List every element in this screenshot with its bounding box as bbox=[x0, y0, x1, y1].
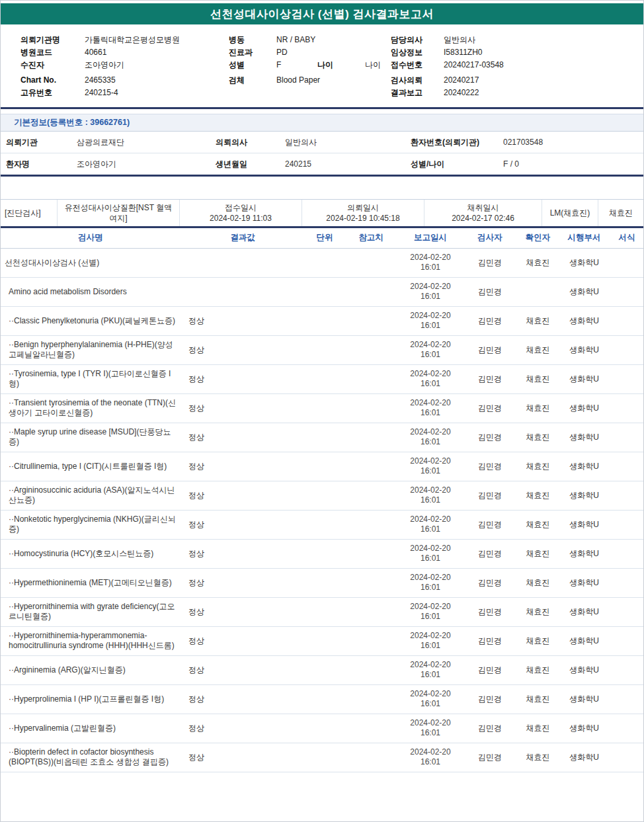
form-cell bbox=[609, 684, 644, 714]
report-date: 2024-02-20 bbox=[400, 456, 461, 466]
unit-cell bbox=[305, 335, 344, 364]
result-row: ··Tyrosinemia, type I (TYR I)(고타이로신혈증 I형… bbox=[1, 364, 644, 393]
specimen-collect-datetime: 채취일시 2024-02-17 02:46 bbox=[424, 200, 542, 226]
department-cell: 생화학U bbox=[559, 539, 609, 568]
result-value-cell: 정상 bbox=[181, 655, 305, 684]
test-name-cell: ··Biopterin defect in cofactor biosynthe… bbox=[1, 743, 181, 772]
confirmer-cell: 채효진 bbox=[516, 248, 559, 277]
report-datetime-cell: 2024-02-2016:01 bbox=[397, 568, 463, 597]
department-cell: 생화학U bbox=[559, 684, 609, 714]
basic-info-value: 조아영아기 bbox=[77, 159, 216, 170]
tester-cell: 김민경 bbox=[463, 423, 516, 452]
reference-cell bbox=[344, 364, 397, 393]
form-cell bbox=[609, 393, 644, 423]
confirmer-cell: 채효진 bbox=[516, 626, 559, 655]
test-name-cell: ··Argininemia (ARG)(알지닌혈증) bbox=[1, 655, 181, 684]
results-column-header: 서식 bbox=[609, 228, 644, 248]
results-column-header: 확인자 bbox=[516, 228, 559, 248]
department-cell: 생화학U bbox=[559, 335, 609, 364]
report-time: 16:01 bbox=[400, 524, 461, 534]
report-date: 2024-02-20 bbox=[400, 689, 461, 699]
report-time: 16:01 bbox=[400, 495, 461, 505]
department-cell: 생화학U bbox=[559, 510, 609, 539]
info-label: 나이 bbox=[317, 59, 365, 71]
specimen-collector-confirm: 채효진 bbox=[598, 200, 643, 226]
unit-cell bbox=[305, 539, 344, 568]
result-value-cell: 정상 bbox=[181, 481, 305, 510]
form-cell bbox=[609, 626, 644, 655]
basic-info-value: 240215 bbox=[285, 159, 411, 169]
spacer-band bbox=[1, 177, 643, 199]
report-datetime-cell: 2024-02-2016:01 bbox=[397, 423, 463, 452]
info-label: 병원코드 bbox=[20, 46, 85, 59]
unit-cell bbox=[305, 743, 344, 772]
tester-cell: 김민경 bbox=[463, 510, 516, 539]
specimen-collector-text: LM(채효진) bbox=[550, 208, 590, 218]
confirmer-cell: 채효진 bbox=[516, 684, 559, 714]
result-row: ··Hypermethioninemia (MET)(고메티오닌혈증)정상202… bbox=[1, 568, 644, 597]
result-row: ··Argininosuccinic aciduria (ASA)(알지노석시닌… bbox=[1, 481, 644, 510]
report-date: 2024-02-20 bbox=[400, 427, 461, 437]
reference-cell bbox=[344, 597, 397, 626]
unit-cell bbox=[305, 452, 344, 481]
tester-cell: 김민경 bbox=[463, 393, 516, 423]
report-date: 2024-02-20 bbox=[400, 631, 461, 641]
info-row: 고유번호240215-4 bbox=[20, 87, 229, 99]
report-time: 16:01 bbox=[400, 408, 461, 418]
info-value: 2465335 bbox=[85, 74, 116, 87]
unit-cell bbox=[305, 568, 344, 597]
info-column: 병동NR / BABY진료과PD성별F나이나이검체Blood Paper bbox=[229, 34, 391, 99]
test-name-cell: ··Transient tyrosinemia of the neonate (… bbox=[1, 393, 181, 423]
result-value-cell: 정상 bbox=[181, 568, 305, 597]
info-value: 240215-4 bbox=[85, 87, 118, 99]
report-time: 16:01 bbox=[400, 466, 461, 476]
collect-datetime-value: 2024-02-17 02:46 bbox=[452, 213, 514, 224]
info-label: 접수번호 bbox=[391, 59, 444, 71]
tester-cell: 김민경 bbox=[463, 452, 516, 481]
receipt-datetime-label: 접수일시 bbox=[225, 202, 257, 213]
confirmer-cell: 채효진 bbox=[516, 743, 559, 772]
result-value-cell: 정상 bbox=[181, 393, 305, 423]
confirmer-cell: 채효진 bbox=[516, 510, 559, 539]
specimen-section: [진단검사] 유전성대사이상질환[NST 혈액여지] 접수일시 2024-02-… bbox=[1, 199, 643, 228]
tester-cell: 김민경 bbox=[463, 277, 516, 306]
info-row: 성별F나이나이 bbox=[229, 59, 391, 71]
info-row: 임상정보I58311ZH0 bbox=[391, 46, 616, 59]
report-datetime-cell: 2024-02-2016:01 bbox=[397, 364, 463, 393]
form-cell bbox=[609, 714, 644, 743]
report-datetime-cell: 2024-02-2016:01 bbox=[397, 335, 463, 364]
tester-cell: 김민경 bbox=[463, 539, 516, 568]
info-value: I58311ZH0 bbox=[444, 46, 482, 59]
form-cell bbox=[609, 335, 644, 364]
info-row: 병동NR / BABY bbox=[229, 34, 391, 46]
form-cell bbox=[609, 423, 644, 452]
basic-info-table: 의뢰기관삼광의료재단의뢰의사일반의사환자번호(의뢰기관)021703548환자명… bbox=[1, 131, 643, 177]
request-datetime-value: 2024-02-19 10:45:18 bbox=[326, 213, 399, 224]
specimen-collector: LM(채효진) bbox=[542, 200, 598, 226]
unit-cell bbox=[305, 393, 344, 423]
result-value-cell: 정상 bbox=[181, 714, 305, 743]
info-label: 고유번호 bbox=[20, 87, 85, 99]
reference-cell bbox=[344, 393, 397, 423]
result-value-cell: 정상 bbox=[181, 597, 305, 626]
tester-cell: 김민경 bbox=[463, 714, 516, 743]
department-cell: 생화학U bbox=[559, 743, 609, 772]
basic-info-title: 기본정보(등록번호 : 39662761) bbox=[14, 117, 130, 128]
info-row: 진료과PD bbox=[229, 46, 391, 59]
results-table: 검사명결과값단위참고치보고일시검사자확인자시행부서서식 선천성대사이상검사 (선… bbox=[1, 228, 644, 772]
result-row: ··Homocystinuria (HCY)(호모시스틴뇨증)정상2024-02… bbox=[1, 539, 644, 568]
basic-info-value: 일반의사 bbox=[285, 137, 411, 148]
info-value: F bbox=[276, 59, 317, 71]
confirmer-cell: 채효진 bbox=[516, 423, 559, 452]
tester-cell: 김민경 bbox=[463, 568, 516, 597]
tester-cell: 김민경 bbox=[463, 364, 516, 393]
collect-datetime-label: 채취일시 bbox=[467, 202, 499, 213]
unit-cell bbox=[305, 306, 344, 335]
result-row: ··Citrullinemia, type I (CIT)(시트룰린혈증 I형)… bbox=[1, 452, 644, 481]
test-name-cell: ··Hypermethioninemia (MET)(고메티오닌혈증) bbox=[1, 568, 181, 597]
info-value: PD bbox=[276, 46, 317, 59]
result-value-cell: 정상 bbox=[181, 626, 305, 655]
basic-info-label: 환자명 bbox=[6, 159, 77, 170]
report-date: 2024-02-20 bbox=[400, 369, 461, 379]
report-time: 16:01 bbox=[400, 641, 461, 651]
